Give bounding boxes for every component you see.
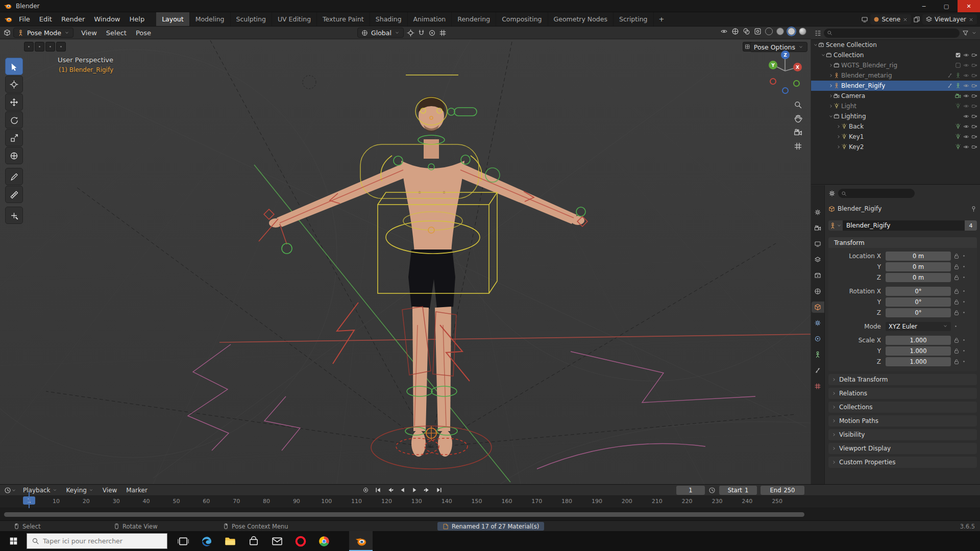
scene-selector[interactable]: Scene <box>870 14 911 24</box>
workspace-tab-uv-editing[interactable]: UV Editing <box>272 12 317 26</box>
blender-app-menu-icon[interactable] <box>4 12 12 26</box>
tool-rotate-button[interactable] <box>5 111 23 129</box>
properties-tab-render[interactable] <box>812 222 824 234</box>
close-button[interactable]: ✕ <box>958 0 980 12</box>
object-visibility-icon[interactable] <box>720 28 728 35</box>
tool-scale-button[interactable] <box>5 129 23 146</box>
breadcrumb-object-name[interactable]: Blender_Rigify <box>838 205 881 212</box>
value-field[interactable]: 0° <box>886 287 951 296</box>
properties-tab-world[interactable] <box>812 286 824 297</box>
outliner-search[interactable] <box>824 29 960 38</box>
workspace-tab-texture-paint[interactable]: Texture Paint <box>317 12 370 26</box>
eye-toggle-icon[interactable] <box>963 134 969 140</box>
properties-tab-constraints[interactable] <box>812 365 824 376</box>
gizmo-y-neg[interactable] <box>793 80 800 87</box>
taskbar-app-task-view[interactable] <box>172 531 195 551</box>
chevron-right-icon[interactable] <box>828 104 834 109</box>
lock-open-icon[interactable] <box>953 299 960 305</box>
menu-help[interactable]: Help <box>125 12 150 26</box>
workspace-tab-shading[interactable]: Shading <box>370 12 408 26</box>
toggle-xray-icon[interactable] <box>754 28 762 35</box>
taskbar-app-chrome[interactable] <box>312 531 336 551</box>
animate-decorator-icon[interactable] <box>962 310 966 315</box>
taskbar-app-opera[interactable] <box>289 531 312 551</box>
viewport-menu-select[interactable]: Select <box>102 29 131 37</box>
camera-toggle-icon[interactable] <box>971 52 977 58</box>
taskbar-app-store[interactable] <box>242 531 265 551</box>
tool-cursor-button[interactable] <box>5 76 23 93</box>
lock-open-icon[interactable] <box>953 348 960 354</box>
eye-toggle-icon[interactable] <box>963 113 969 119</box>
camera-data-toggle-icon[interactable] <box>955 93 961 99</box>
camera-toggle-icon[interactable] <box>971 83 977 89</box>
pan-hand-icon[interactable] <box>794 114 802 123</box>
play-button[interactable] <box>409 485 420 495</box>
outliner-row-collection[interactable]: Collection <box>811 50 980 60</box>
outliner-row-key2[interactable]: Key2 <box>811 142 980 152</box>
editor-type-outliner-icon[interactable] <box>814 30 821 37</box>
auto-key-button[interactable] <box>360 485 371 495</box>
prev-keyframe-button[interactable] <box>385 485 396 495</box>
timeline-menu-keying[interactable]: Keying <box>62 487 98 494</box>
light-data-toggle-icon[interactable] <box>955 134 961 140</box>
section-motion-paths[interactable]: Motion Paths <box>828 415 977 427</box>
animate-decorator-icon[interactable] <box>962 359 966 364</box>
outliner-row-wgts-blender-rig[interactable]: WGTS_Blender_rig <box>811 60 980 70</box>
navigation-gizmo[interactable]: Z Y X <box>764 46 805 95</box>
shading-solid-button[interactable] <box>776 28 784 35</box>
animate-decorator-icon[interactable] <box>962 264 966 269</box>
show-overlays-icon[interactable] <box>743 28 750 35</box>
animate-decorator-icon[interactable] <box>953 324 958 329</box>
rotation-mode-dropdown[interactable]: XYZ Euler <box>886 322 951 331</box>
chevron-right-icon[interactable] <box>836 134 841 139</box>
taskbar-app-edge[interactable] <box>195 531 218 551</box>
eye-toggle-icon[interactable] <box>963 83 969 89</box>
eye-toggle-icon[interactable] <box>963 144 969 150</box>
camera-toggle-icon[interactable] <box>971 103 977 109</box>
section-collections[interactable]: Collections <box>828 402 977 413</box>
camera-toggle-icon[interactable] <box>971 113 977 119</box>
users-count-badge[interactable]: 4 <box>965 220 977 231</box>
proportional-edit-icon[interactable] <box>428 29 436 37</box>
tool-select-box-button[interactable] <box>5 58 23 75</box>
checkbox-empty-toggle-icon[interactable] <box>955 62 961 68</box>
browse-scene-icon[interactable] <box>861 16 868 23</box>
taskbar-search-input[interactable] <box>43 537 162 545</box>
properties-search-input[interactable] <box>849 190 923 197</box>
gizmo-y-axis[interactable]: Y <box>769 61 777 69</box>
tool-annotate-button[interactable] <box>5 168 23 185</box>
eye-toggle-icon[interactable] <box>963 103 969 109</box>
editor-type-3d-viewport-icon[interactable] <box>4 29 11 36</box>
timeline-menu-playback[interactable]: Playback <box>18 487 62 494</box>
pivot-point-icon[interactable] <box>407 29 414 37</box>
section-delta-transform[interactable]: Delta Transform <box>828 374 977 385</box>
menu-window[interactable]: Window <box>89 12 125 26</box>
properties-tab-scene[interactable] <box>812 270 824 281</box>
chevron-right-icon[interactable] <box>828 83 834 88</box>
eye-toggle-icon[interactable] <box>963 52 969 58</box>
animate-decorator-icon[interactable] <box>962 275 966 280</box>
lock-open-icon[interactable] <box>953 337 960 343</box>
bone-toggle-icon[interactable] <box>947 83 953 89</box>
minimize-button[interactable]: ─ <box>913 0 935 12</box>
workspace-tab-animation[interactable]: Animation <box>408 12 452 26</box>
camera-toggle-icon[interactable] <box>971 144 977 150</box>
light-data-toggle-icon[interactable] <box>955 123 961 130</box>
chevron-down-icon[interactable] <box>828 114 834 119</box>
timeline-menu-marker[interactable]: Marker <box>121 487 152 494</box>
editor-type-properties-icon[interactable] <box>828 190 836 197</box>
jump-to-end-button[interactable] <box>434 485 445 495</box>
pose-toggle-origins[interactable] <box>24 42 34 52</box>
shading-rendered-button[interactable] <box>799 28 806 35</box>
eye-toggle-icon[interactable] <box>963 62 969 68</box>
gizmo-x-axis[interactable]: X <box>793 63 802 71</box>
shading-wireframe-button[interactable] <box>765 28 773 35</box>
camera-toggle-icon[interactable] <box>971 123 977 130</box>
chevron-down-icon[interactable] <box>971 30 977 36</box>
armature-data-toggle-icon[interactable] <box>955 83 961 89</box>
chevron-right-icon[interactable] <box>828 93 834 98</box>
viewlayer-selector[interactable]: ViewLayer <box>922 14 977 24</box>
workspace-tab-layout[interactable]: Layout <box>156 12 190 26</box>
lock-open-icon[interactable] <box>953 253 960 259</box>
outliner-row-blender-metarig[interactable]: Blender_metarig <box>811 70 980 81</box>
